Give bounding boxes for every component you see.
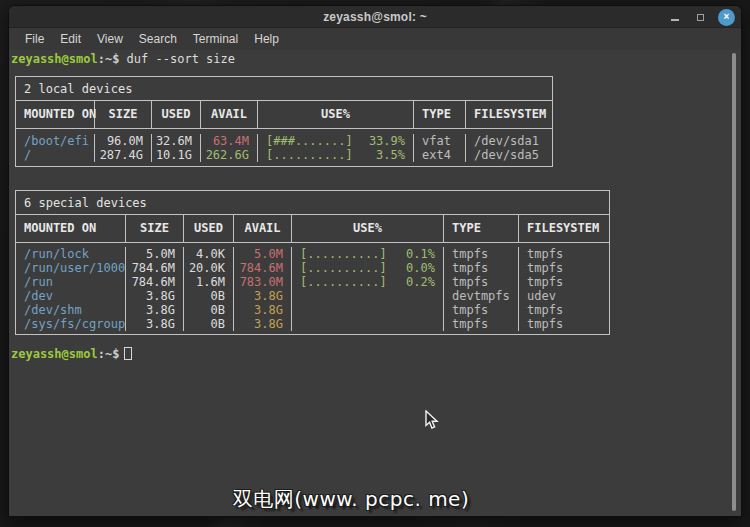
table-header-row: MOUNTED ONSIZEUSEDAVAILUSE%TYPEFILESYSTE… [16, 215, 609, 243]
column-header-use-: USE% [292, 215, 444, 242]
cell-use-percent [292, 303, 444, 317]
cell-avail: 3.8G [234, 303, 292, 317]
column-header-use-: USE% [258, 101, 414, 128]
minimize-icon [671, 19, 679, 21]
cell-filesystem: tmpfs [519, 317, 609, 331]
cell-avail: 262.6G [201, 148, 258, 162]
command-text: duf --sort size [119, 52, 235, 66]
cell-filesystem: /dev/sda5 [466, 148, 552, 162]
maximize-button[interactable] [692, 9, 709, 26]
cell-use-percent [292, 317, 444, 331]
cell-type: devtmpfs [444, 289, 519, 303]
cell-used: 4.0K [184, 247, 234, 261]
usage-percent: 3.5% [376, 148, 405, 162]
prompt-suffix: :~$ [98, 52, 120, 66]
column-header-type: TYPE [444, 215, 519, 242]
cell-mounted-on: / [16, 148, 95, 162]
terminal-window: zeyassh@smol: ~ × FileEditViewSearchTerm… [8, 5, 742, 517]
column-header-size: SIZE [126, 215, 184, 242]
usage-percent: 33.9% [369, 134, 405, 148]
cell-filesystem: tmpfs [519, 261, 609, 275]
cell-mounted-on: /run [16, 275, 126, 289]
cell-size: 784.6M [126, 261, 184, 275]
cell-used: 32.6M [152, 134, 201, 148]
table-row: /run784.6M1.6M783.0M[..........]0.2%tmpf… [16, 275, 609, 289]
cell-use-percent: [..........]0.2% [292, 275, 444, 289]
watermark: 双电网(www. pcpc. me) [233, 486, 469, 513]
menu-item-edit[interactable]: Edit [52, 30, 89, 48]
column-header-mounted-on: MOUNTED ON [16, 101, 95, 128]
cell-use-percent: [..........]0.0% [292, 261, 444, 275]
prompt-user-host: zeyassh@smol [11, 347, 98, 361]
column-header-size: SIZE [95, 101, 152, 128]
column-header-used: USED [152, 101, 201, 128]
table-row: /sys/fs/cgroup3.8G0B3.8Gtmpfstmpfs [16, 317, 609, 331]
cell-type: tmpfs [444, 303, 519, 317]
cell-avail: 63.4M [201, 134, 258, 148]
cell-avail: 784.6M [234, 261, 292, 275]
cell-filesystem: udev [519, 289, 609, 303]
table-row: /287.4G10.1G262.6G[..........]3.5%ext4/d… [16, 148, 552, 162]
cell-filesystem: tmpfs [519, 247, 609, 261]
cell-avail: 3.8G [234, 289, 292, 303]
usage-bar: [..........] [300, 261, 387, 275]
terminal-screen[interactable]: zeyassh@smol:~$ duf --sort size 2 local … [9, 50, 741, 516]
prompt-line-idle: zeyassh@smol:~$ [11, 347, 132, 361]
cell-used: 0B [184, 289, 234, 303]
close-icon: × [724, 12, 730, 22]
cell-used: 20.0K [184, 261, 234, 275]
table-row: /dev3.8G0B3.8Gdevtmpfsudev [16, 289, 609, 303]
menu-item-file[interactable]: File [17, 30, 52, 48]
usage-bar: [..........] [266, 148, 353, 162]
usage-percent: 0.2% [406, 275, 435, 289]
close-button[interactable]: × [718, 9, 735, 26]
menu-item-search[interactable]: Search [131, 30, 185, 48]
cell-type: ext4 [414, 148, 466, 162]
cell-filesystem: /dev/sda1 [466, 134, 552, 148]
cell-use-percent: [..........]3.5% [258, 148, 414, 162]
cell-type: tmpfs [444, 261, 519, 275]
window-controls: × [666, 6, 735, 28]
prompt-line-command: zeyassh@smol:~$ duf --sort size [11, 52, 235, 66]
cell-size: 3.8G [126, 317, 184, 331]
cell-mounted-on: /sys/fs/cgroup [16, 317, 126, 331]
cell-used: 0B [184, 303, 234, 317]
cell-mounted-on: /run/user/1000 [16, 261, 126, 275]
table-row: /run/user/1000784.6M20.0K784.6M[........… [16, 261, 609, 275]
menu-item-help[interactable]: Help [246, 30, 287, 48]
maximize-icon [697, 14, 704, 21]
duf-table-special-devices: 6 special devicesMOUNTED ONSIZEUSEDAVAIL… [15, 190, 610, 335]
usage-percent: 0.0% [406, 261, 435, 275]
cell-avail: 3.8G [234, 317, 292, 331]
column-header-avail: AVAIL [201, 101, 258, 128]
cell-size: 3.8G [126, 289, 184, 303]
usage-bar: [..........] [300, 275, 387, 289]
usage-percent: 0.1% [406, 247, 435, 261]
cell-mounted-on: /dev/shm [16, 303, 126, 317]
cell-use-percent: [..........]0.1% [292, 247, 444, 261]
cell-used: 0B [184, 317, 234, 331]
cell-mounted-on: /dev [16, 289, 126, 303]
column-header-filesystem: FILESYSTEM [519, 215, 609, 242]
cell-use-percent [292, 289, 444, 303]
menu-item-view[interactable]: View [89, 30, 131, 48]
titlebar[interactable]: zeyassh@smol: ~ × [9, 6, 741, 28]
column-header-used: USED [184, 215, 234, 242]
menu-item-terminal[interactable]: Terminal [185, 30, 246, 48]
table-body: /boot/efi96.0M32.6M63.4M[###.......]33.9… [16, 129, 552, 166]
table-row: /boot/efi96.0M32.6M63.4M[###.......]33.9… [16, 134, 552, 148]
scrollbar[interactable] [732, 53, 736, 511]
cell-type: tmpfs [444, 317, 519, 331]
minimize-button[interactable] [666, 9, 683, 26]
menubar: FileEditViewSearchTerminalHelp [9, 28, 741, 50]
cell-avail: 5.0M [234, 247, 292, 261]
table-title: 6 special devices [16, 191, 609, 215]
cell-mounted-on: /run/lock [16, 247, 126, 261]
cell-used: 1.6M [184, 275, 234, 289]
terminal-cursor [124, 347, 132, 360]
cell-size: 3.8G [126, 303, 184, 317]
table-row: /dev/shm3.8G0B3.8Gtmpfstmpfs [16, 303, 609, 317]
table-row: /run/lock5.0M4.0K5.0M[..........]0.1%tmp… [16, 247, 609, 261]
cell-size: 784.6M [126, 275, 184, 289]
duf-table-local-devices: 2 local devicesMOUNTED ONSIZEUSEDAVAILUS… [15, 76, 553, 167]
